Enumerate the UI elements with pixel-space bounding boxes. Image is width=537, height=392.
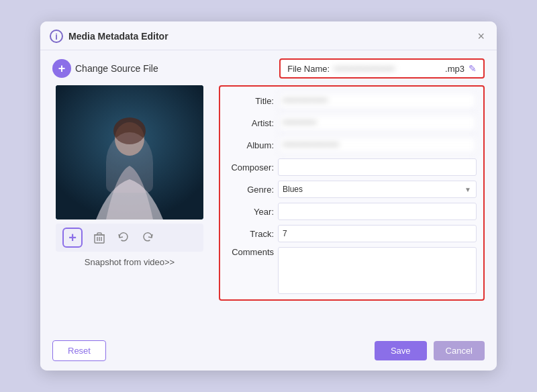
title-bar-left: i Media Metadata Editor bbox=[50, 30, 168, 43]
edit-filename-icon[interactable]: ✎ bbox=[469, 63, 477, 74]
save-button[interactable]: Save bbox=[375, 341, 427, 360]
snapshot-link[interactable]: Snapshot from video>> bbox=[85, 257, 175, 267]
comments-row: Comments bbox=[227, 247, 477, 294]
album-art-image bbox=[56, 85, 203, 219]
artist-input[interactable] bbox=[278, 114, 477, 132]
album-input[interactable] bbox=[278, 136, 477, 154]
filename-label: File Name: bbox=[287, 64, 330, 74]
track-label: Track: bbox=[227, 229, 274, 239]
add-image-button[interactable]: + bbox=[62, 228, 83, 248]
delete-image-button[interactable] bbox=[92, 230, 107, 245]
artist-label: Artist: bbox=[227, 118, 274, 128]
title-input[interactable] bbox=[278, 92, 477, 109]
right-panel: Title: Artist: Album: Composer: bbox=[219, 85, 485, 326]
composer-label: Composer: bbox=[227, 162, 274, 173]
album-label: Album: bbox=[227, 140, 274, 150]
media-metadata-dialog: i Media Metadata Editor × + Change Sourc… bbox=[40, 21, 497, 371]
metadata-form: Title: Artist: Album: Composer: bbox=[219, 85, 485, 301]
change-source-label: Change Source File bbox=[75, 63, 158, 74]
year-row: Year: bbox=[227, 203, 477, 220]
album-row: Album: bbox=[227, 136, 477, 154]
genre-label: Genre: bbox=[227, 185, 274, 195]
main-content: + bbox=[40, 85, 497, 332]
title-bar: i Media Metadata Editor × bbox=[40, 21, 497, 50]
composer-row: Composer: bbox=[227, 158, 477, 176]
footer: Reset Save Cancel bbox=[40, 332, 497, 371]
artist-row: Artist: bbox=[227, 114, 477, 132]
year-label: Year: bbox=[227, 207, 274, 217]
comments-label: Comments bbox=[227, 247, 274, 257]
filename-value: •••••••••••••••••••• bbox=[334, 64, 441, 74]
cancel-button[interactable]: Cancel bbox=[434, 341, 485, 360]
genre-select[interactable]: Blues Rock Pop Jazz Classical Hip-Hop Co… bbox=[278, 181, 477, 198]
album-art-figure bbox=[56, 85, 203, 219]
left-panel: + bbox=[52, 85, 207, 326]
track-row: Track: bbox=[227, 225, 477, 242]
toolbar: + Change Source File File Name: ••••••••… bbox=[40, 50, 497, 85]
comments-textarea[interactable] bbox=[278, 247, 477, 294]
dialog-title: Media Metadata Editor bbox=[68, 31, 168, 42]
undo-button[interactable] bbox=[116, 230, 131, 245]
title-row: Title: bbox=[227, 92, 477, 109]
redo-button[interactable] bbox=[140, 230, 155, 245]
genre-row: Genre: Blues Rock Pop Jazz Classical Hip… bbox=[227, 181, 477, 198]
image-controls: + bbox=[56, 224, 203, 252]
filename-box: File Name: •••••••••••••••••••• .mp3 ✎ bbox=[279, 58, 485, 79]
genre-select-wrapper: Blues Rock Pop Jazz Classical Hip-Hop Co… bbox=[278, 181, 477, 198]
filename-ext: .mp3 bbox=[445, 64, 465, 74]
svg-point-2 bbox=[113, 117, 146, 144]
year-input[interactable] bbox=[278, 203, 477, 220]
footer-right: Save Cancel bbox=[375, 341, 485, 360]
close-button[interactable]: × bbox=[477, 30, 485, 42]
title-label: Title: bbox=[227, 96, 274, 106]
change-source-button[interactable]: + Change Source File bbox=[52, 59, 158, 78]
reset-button[interactable]: Reset bbox=[52, 340, 106, 361]
track-input[interactable] bbox=[278, 225, 477, 242]
composer-input[interactable] bbox=[278, 158, 477, 176]
info-icon: i bbox=[50, 30, 63, 43]
plus-circle-icon: + bbox=[52, 59, 71, 78]
